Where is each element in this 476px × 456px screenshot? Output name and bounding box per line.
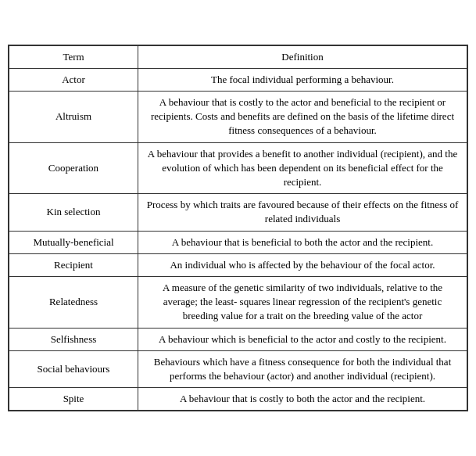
table-row: RecipientAn individual who is affected b… [9, 253, 467, 276]
definition-cell: Behaviours which have a fitness conseque… [138, 350, 467, 387]
definition-cell: A behaviour that provides a benefit to a… [138, 142, 467, 194]
table-row: RelatednessA measure of the genetic simi… [9, 276, 467, 328]
definition-cell: A behaviour that is costly to both the a… [138, 388, 467, 411]
table-row: CooperationA behaviour that provides a b… [9, 142, 467, 194]
definition-cell: An individual who is affected by the beh… [138, 253, 467, 276]
term-cell: Selfishness [9, 328, 138, 350]
definition-cell: The focal individual performing a behavi… [138, 68, 467, 91]
definition-cell: A behaviour that is beneficial to both t… [138, 231, 467, 253]
header-term: Term [9, 45, 138, 68]
header-definition: Definition [138, 45, 467, 68]
glossary-table-wrapper: Term Definition ActorThe focal individua… [8, 45, 468, 412]
definition-cell: A measure of the genetic similarity of t… [138, 276, 467, 328]
table-row: SpiteA behaviour that is costly to both … [9, 388, 467, 411]
definition-cell: Process by which traits are favoured bec… [138, 194, 467, 231]
definition-cell: A behaviour that is costly to the actor … [138, 92, 467, 143]
term-cell: Cooperation [9, 142, 138, 194]
table-row: Mutually-beneficialA behaviour that is b… [9, 231, 467, 253]
term-cell: Kin selection [9, 194, 138, 231]
table-row: SelfishnessA behaviour which is benefici… [9, 328, 467, 350]
term-cell: Spite [9, 388, 138, 411]
table-row: ActorThe focal individual performing a b… [9, 68, 467, 91]
term-cell: Altruism [9, 92, 138, 143]
definition-cell: A behaviour which is beneficial to the a… [138, 328, 467, 350]
term-cell: Social behaviours [9, 350, 138, 387]
term-cell: Recipient [9, 253, 138, 276]
glossary-table: Term Definition ActorThe focal individua… [9, 45, 467, 411]
term-cell: Mutually-beneficial [9, 231, 138, 253]
term-cell: Relatedness [9, 276, 138, 328]
table-row: Social behavioursBehaviours which have a… [9, 350, 467, 387]
table-header-row: Term Definition [9, 45, 467, 68]
term-cell: Actor [9, 68, 138, 91]
table-row: AltruismA behaviour that is costly to th… [9, 92, 467, 143]
table-row: Kin selectionProcess by which traits are… [9, 194, 467, 231]
